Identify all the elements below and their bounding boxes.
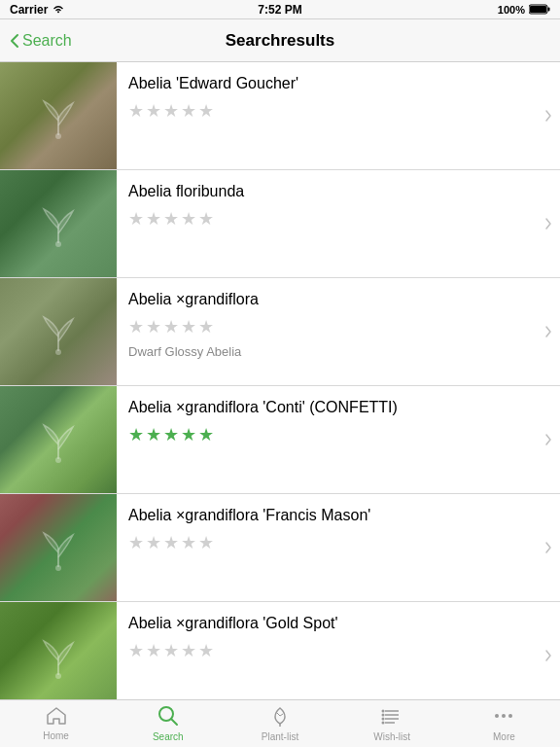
rating-stars: ★★★★★	[128, 100, 535, 122]
search-icon	[158, 705, 179, 729]
svg-point-19	[382, 714, 385, 717]
svg-rect-1	[548, 8, 550, 12]
plant-name: Abelia floribunda	[128, 182, 535, 202]
status-bar: Carrier 7:52 PM 100%	[0, 0, 560, 19]
star-4: ★	[181, 100, 196, 122]
chevron-left-icon	[10, 33, 19, 49]
plant-name: Abelia ×grandiflora 'Conti' (CONFETTI)	[128, 398, 535, 418]
plant-watermark	[34, 307, 83, 356]
plant-info: Abelia ×grandiflora 'Gold Spot' ★★★★★	[117, 602, 544, 699]
svg-point-8	[55, 673, 61, 679]
list-item[interactable]: Abelia ×grandiflora 'Conti' (CONFETTI) ★…	[0, 386, 560, 494]
svg-rect-2	[530, 6, 546, 13]
tab-plant-list-label: Plant-list	[262, 731, 298, 742]
nav-bar: Search Searchresults	[0, 19, 560, 62]
chevron-right	[544, 62, 560, 169]
list-item[interactable]: Abelia 'Edward Goucher' ★★★★★	[0, 62, 560, 170]
plant-image	[0, 386, 117, 493]
chevron-right	[544, 386, 560, 493]
plant-info: Abelia ×grandiflora ★★★★★ Dwarf Glossy A…	[117, 278, 544, 385]
star-3: ★	[163, 640, 179, 661]
plant-watermark	[34, 523, 83, 572]
svg-point-6	[55, 457, 61, 463]
plant-image	[0, 494, 117, 601]
tab-plant-list[interactable]: Plant-list	[224, 700, 335, 747]
svg-point-5	[55, 349, 61, 355]
rating-stars: ★★★★★	[128, 316, 535, 338]
wifi-icon	[52, 5, 65, 15]
star-1: ★	[128, 316, 144, 338]
svg-line-13	[280, 714, 283, 716]
star-5: ★	[198, 532, 214, 553]
plant-info: Abelia 'Edward Goucher' ★★★★★	[117, 62, 544, 169]
rating-stars: ★★★★★	[128, 532, 535, 553]
star-4: ★	[181, 640, 196, 661]
plant-info: Abelia floribunda ★★★★★	[117, 170, 544, 277]
list-item[interactable]: Abelia ×grandiflora 'Francis Mason' ★★★★…	[0, 494, 560, 602]
status-time: 7:52 PM	[258, 3, 301, 17]
battery-label: 100%	[498, 4, 525, 16]
rating-stars: ★★★★★	[128, 640, 535, 661]
rating-stars: ★★★★★	[128, 424, 535, 445]
plant-watermark	[34, 91, 83, 140]
svg-line-10	[171, 719, 177, 725]
tab-wish-list[interactable]: Wish-list	[336, 700, 448, 747]
star-5: ★	[198, 424, 214, 445]
home-icon	[46, 706, 67, 729]
tab-wish-list-label: Wish-list	[373, 731, 410, 742]
plant-watermark	[34, 199, 83, 248]
plant-info: Abelia ×grandiflora 'Francis Mason' ★★★★…	[117, 494, 544, 601]
star-3: ★	[163, 424, 179, 445]
svg-point-20	[382, 718, 385, 721]
star-1: ★	[128, 208, 144, 230]
svg-point-18	[382, 710, 385, 713]
wish-list-icon	[381, 705, 402, 729]
tab-more[interactable]: More	[448, 700, 560, 747]
star-5: ★	[198, 640, 214, 661]
plant-name: Abelia ×grandiflora 'Francis Mason'	[128, 506, 535, 526]
plant-info: Abelia ×grandiflora 'Conti' (CONFETTI) ★…	[117, 386, 544, 493]
svg-point-23	[502, 714, 506, 718]
svg-point-24	[508, 714, 512, 718]
battery-icon	[529, 4, 550, 15]
star-5: ★	[198, 208, 214, 230]
svg-point-7	[55, 565, 61, 571]
plant-image	[0, 170, 117, 277]
chevron-right	[544, 602, 560, 699]
plant-image	[0, 62, 117, 169]
star-4: ★	[181, 208, 196, 230]
tab-search[interactable]: Search	[112, 700, 224, 747]
star-2: ★	[146, 424, 161, 445]
plant-name: Abelia ×grandiflora 'Gold Spot'	[128, 614, 535, 634]
carrier-label: Carrier	[10, 3, 48, 17]
star-1: ★	[128, 424, 144, 445]
tab-home[interactable]: Home	[0, 700, 112, 747]
list-item[interactable]: Abelia floribunda ★★★★★	[0, 170, 560, 278]
back-button[interactable]: Search	[10, 32, 72, 50]
svg-point-22	[495, 714, 499, 718]
more-icon	[493, 705, 514, 729]
star-2: ★	[146, 316, 161, 338]
svg-point-3	[55, 133, 61, 139]
star-4: ★	[181, 532, 196, 553]
tab-bar: Home Search Plant-list	[0, 699, 560, 747]
back-label: Search	[22, 32, 72, 50]
list-item[interactable]: Abelia ×grandiflora 'Gold Spot' ★★★★★	[0, 602, 560, 699]
svg-line-12	[277, 713, 280, 716]
star-2: ★	[146, 100, 161, 122]
list-item[interactable]: Abelia ×grandiflora ★★★★★ Dwarf Glossy A…	[0, 278, 560, 386]
tab-search-label: Search	[153, 731, 184, 742]
chevron-right	[544, 494, 560, 601]
chevron-right	[544, 170, 560, 277]
star-4: ★	[181, 424, 196, 445]
plant-name: Abelia 'Edward Goucher'	[128, 74, 535, 94]
star-3: ★	[163, 208, 179, 230]
plant-image	[0, 278, 117, 385]
star-3: ★	[163, 316, 179, 338]
rating-stars: ★★★★★	[128, 208, 535, 230]
chevron-right	[544, 278, 560, 385]
star-1: ★	[128, 532, 144, 553]
star-2: ★	[146, 208, 161, 230]
status-left: Carrier	[10, 3, 65, 17]
star-3: ★	[163, 532, 179, 553]
